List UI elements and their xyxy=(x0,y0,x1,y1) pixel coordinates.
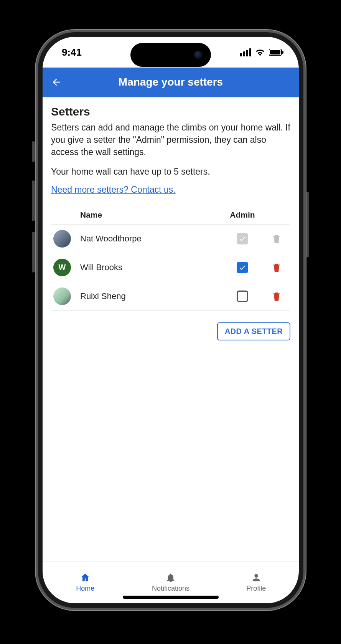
device-notch xyxy=(130,43,211,67)
contact-us-link[interactable]: Need more setters? Contact us. xyxy=(51,185,176,195)
table-row: W Will Brooks xyxy=(51,253,290,282)
setter-name: Nat Woodthorpe xyxy=(78,224,221,253)
status-time: 9:41 xyxy=(62,46,82,58)
setters-table: Name Admin Nat Woodthorpe xyxy=(51,206,290,311)
avatar xyxy=(53,287,71,305)
check-icon xyxy=(239,235,246,243)
section-description-1: Setters can add and manage the climbs on… xyxy=(51,121,290,159)
setter-name: Will Brooks xyxy=(78,253,221,282)
cellular-icon xyxy=(240,48,251,56)
delete-button[interactable] xyxy=(272,262,282,273)
col-admin-header: Admin xyxy=(221,206,264,225)
section-description-2: Your home wall can have up to 5 setters. xyxy=(51,165,290,178)
delete-button xyxy=(272,233,282,244)
avatar: W xyxy=(53,259,71,276)
trash-icon xyxy=(272,291,282,302)
table-row: Nat Woodthorpe xyxy=(51,224,290,253)
svg-rect-2 xyxy=(282,51,283,54)
avatar xyxy=(53,230,71,248)
setter-name: Ruixi Sheng xyxy=(78,282,221,310)
tab-label: Profile xyxy=(246,585,266,593)
admin-checkbox xyxy=(237,233,248,244)
trash-icon xyxy=(272,262,282,273)
check-icon xyxy=(239,264,246,271)
trash-icon xyxy=(272,233,282,244)
home-icon xyxy=(79,572,91,583)
add-setter-button[interactable]: ADD A SETTER xyxy=(217,322,290,340)
section-heading: Setters xyxy=(51,105,290,118)
phone-frame: 9:41 Manage your setters Setters Setters… xyxy=(38,32,303,608)
col-name-header: Name xyxy=(78,206,221,225)
bell-icon xyxy=(165,572,176,583)
tab-label: Notifications xyxy=(152,585,189,593)
svg-rect-1 xyxy=(270,50,280,54)
home-indicator[interactable] xyxy=(123,596,219,599)
admin-checkbox[interactable] xyxy=(237,291,248,302)
wifi-icon xyxy=(255,48,265,56)
delete-button[interactable] xyxy=(272,291,282,302)
profile-icon xyxy=(251,572,262,583)
tab-home[interactable]: Home xyxy=(43,561,128,603)
page-title: Manage your setters xyxy=(49,76,293,88)
app-bar: Manage your setters xyxy=(43,68,299,97)
battery-icon xyxy=(269,49,283,56)
admin-checkbox[interactable] xyxy=(237,262,248,273)
content-area: Setters Setters can add and manage the c… xyxy=(43,97,299,561)
table-row: Ruixi Sheng xyxy=(51,282,290,310)
tab-label: Home xyxy=(76,585,94,593)
tab-profile[interactable]: Profile xyxy=(213,561,299,603)
